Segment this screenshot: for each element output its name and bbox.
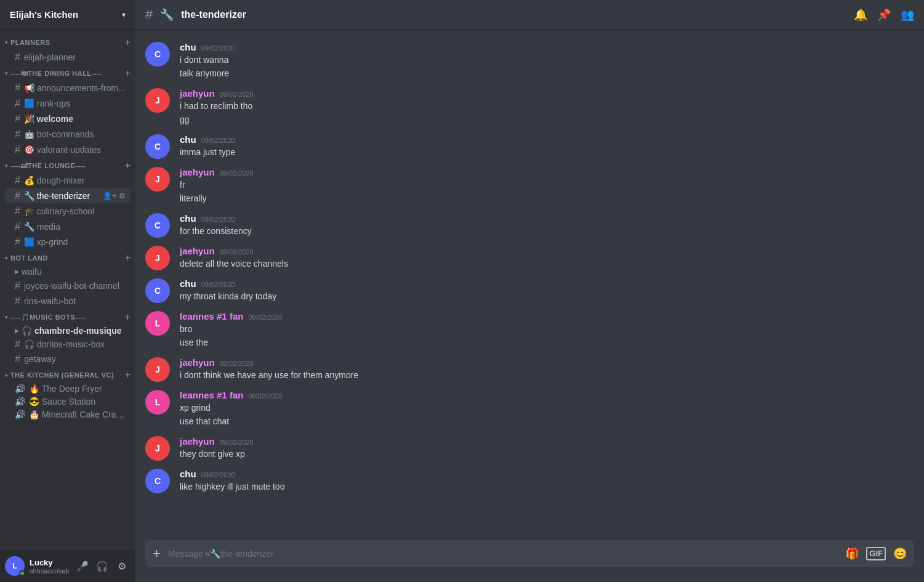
category-add-icon[interactable]: + — [125, 160, 131, 171]
channel-minecraft-cake[interactable]: 🔊 🎂 Minecraft Cake Crafti... — [5, 408, 131, 421]
category-kitchen-vc[interactable]: ● THE KITCHEN (GENERAL VC) + — [0, 367, 135, 382]
message-line: my throat kinda dry today — [180, 290, 914, 303]
channel-getaway[interactable]: # getaway — [5, 352, 131, 366]
invite-icon[interactable]: 👤+ — [103, 192, 116, 200]
message-line: i had to reclimb tho — [180, 100, 914, 113]
channel-welcome[interactable]: # 🎉 welcome — [5, 111, 131, 126]
channel-media[interactable]: # 🔧 media — [5, 219, 131, 234]
channel-deep-fryer[interactable]: 🔊 🔥 The Deep Fryer — [5, 382, 131, 395]
channel-name: 🎓 culinary-school — [24, 206, 126, 216]
channel-xp-grind[interactable]: # 🟦 xp-grind — [5, 235, 131, 249]
channel-name: waifu — [22, 267, 126, 277]
message-group: L leannes #1 fan 09/02/2020 bro use the — [135, 309, 924, 352]
category-arrow: ▾ — [5, 70, 8, 76]
message-group: J jaehyun 09/02/2020 i dont think we hav… — [135, 355, 924, 385]
channel-announcements[interactable]: # 📢 announcements-from... — [5, 81, 131, 95]
message-group: J jaehyun 09/02/2020 delete all the voic… — [135, 243, 924, 273]
category-lounge[interactable]: ▾ ----🛋THE LOUNGE---- + — [0, 158, 135, 172]
avatar: L — [145, 311, 170, 336]
category-add-icon[interactable]: + — [125, 370, 131, 381]
channel-waifu[interactable]: ▶ waifu — [5, 265, 131, 278]
message-author: jaehyun — [180, 246, 215, 256]
message-group: J jaehyun 09/02/2020 fr literally — [135, 164, 924, 208]
avatar: L — [5, 556, 25, 576]
message-group: C chu 09/02/2020 i dont wanna talk anymo… — [135, 39, 924, 83]
channel-header-name: the-tenderizer — [181, 9, 246, 20]
category-label: PLANNERS — [10, 39, 125, 46]
channel-name: 🔧 media — [24, 222, 126, 232]
channel-culinary-school[interactable]: # 🎓 culinary-school — [5, 204, 131, 219]
bell-icon[interactable]: 🔔 — [854, 8, 867, 22]
vc-icon: 🔊 — [15, 410, 25, 419]
channel-hash-icon: # — [15, 206, 20, 217]
message-timestamp: 09/02/2020 — [248, 392, 282, 400]
gift-icon[interactable]: 🎁 — [845, 547, 859, 560]
mute-button[interactable]: 🎤 — [74, 557, 91, 575]
message-header: chu 09/02/2020 — [180, 42, 914, 52]
avatar: C — [145, 42, 170, 67]
gif-button[interactable]: GIF — [866, 547, 886, 560]
deafen-button[interactable]: 🎧 — [94, 557, 111, 575]
message-line: fr — [180, 179, 914, 192]
avatar: C — [145, 469, 170, 493]
message-timestamp: 09/02/2020 — [220, 439, 254, 446]
channel-hash-icon: # — [15, 236, 20, 248]
channel-the-tenderizer[interactable]: # 🔧 the-tenderizer 👤+ ⚙ — [5, 188, 131, 203]
category-music-bots[interactable]: ▾ ----🎵MUSIC BOTS---- + — [0, 309, 135, 324]
message-line: talk anymore — [180, 67, 914, 80]
message-line: delete all the voice channels — [180, 257, 914, 270]
message-line: xp grind — [180, 402, 914, 414]
channel-doritos-music[interactable]: # 🎧 doritos-music-box — [5, 337, 131, 351]
channel-name: 🤖 bot-commands — [24, 129, 126, 139]
message-header: jaehyun 09/02/2020 — [180, 246, 914, 256]
channel-bot-commands[interactable]: # 🤖 bot-commands — [5, 127, 131, 142]
message-line: for the consistency — [180, 225, 914, 238]
members-icon[interactable]: 👥 — [901, 8, 914, 22]
channel-elijah-planner[interactable]: # elijah-planner — [5, 50, 131, 65]
category-arrow: ● — [5, 373, 8, 378]
channel-valorant-updates[interactable]: # 🎯 valorant-updates — [5, 142, 131, 157]
message-line: like highkey ill just mute too — [180, 480, 914, 493]
channel-rins-waifu[interactable]: # rins-waifu-bot — [5, 294, 131, 309]
category-add-icon[interactable]: + — [125, 68, 131, 79]
category-planners[interactable]: ▾ PLANNERS + — [0, 34, 135, 49]
add-attachment-button[interactable]: + — [153, 546, 161, 562]
avatar: C — [145, 134, 170, 159]
category-add-icon[interactable]: + — [125, 312, 131, 323]
category-arrow: ▾ — [5, 314, 8, 320]
message-content: jaehyun 09/02/2020 they dont give xp — [180, 436, 914, 461]
category-bot-land[interactable]: ▾ BOT LAND + — [0, 250, 135, 265]
channel-dough-mixer[interactable]: # 💰 dough-mixer — [5, 173, 131, 188]
avatar: J — [145, 167, 170, 192]
pin-icon[interactable]: 📌 — [877, 8, 891, 22]
message-content: chu 09/02/2020 imma just type — [180, 134, 914, 160]
user-settings-button[interactable]: ⚙ — [113, 557, 131, 575]
channel-hash-icon: # — [15, 280, 20, 291]
message-author: chu — [180, 469, 196, 479]
message-timestamp: 09/02/2020 — [201, 471, 235, 479]
message-header: chu 09/02/2020 — [180, 469, 914, 479]
channel-name: 🎉 welcome — [24, 114, 126, 124]
message-header: jaehyun 09/02/2020 — [180, 88, 914, 99]
channel-joyces-waifu[interactable]: # joyces-waifu-bot-channel — [5, 278, 131, 293]
settings-icon[interactable]: ⚙ — [119, 192, 126, 200]
channel-chambre-de-musique[interactable]: ▶ 🎧 chambre-de-musique — [5, 325, 131, 337]
category-add-icon[interactable]: + — [125, 253, 131, 264]
channel-sauce-station[interactable]: 🔊 😎 Sauce Station — [5, 395, 131, 408]
message-author: leannes #1 fan — [180, 311, 243, 321]
channel-hash-icon: # — [15, 52, 20, 63]
channel-name: 🎧 doritos-music-box — [24, 339, 126, 349]
chat-input[interactable] — [168, 549, 845, 559]
category-dining-hall[interactable]: ▾ ----🍽THE DINING HALL---- + — [0, 65, 135, 80]
vc-icon: 🔊 — [15, 397, 25, 406]
channel-hash-icon: # — [15, 296, 20, 307]
channel-actions: 👤+ ⚙ — [103, 192, 126, 200]
server-header[interactable]: Elijah's Kitchen ▾ — [0, 0, 135, 30]
avatar: J — [145, 357, 170, 382]
category-add-icon[interactable]: + — [125, 37, 131, 48]
channel-name: joyces-waifu-bot-channel — [24, 281, 126, 291]
category-label: BOT LAND — [10, 254, 125, 262]
channel-rank-ups[interactable]: # 🟦 rank-ups — [5, 96, 131, 111]
message-line: gg — [180, 113, 914, 126]
emoji-button[interactable]: 😊 — [893, 547, 907, 560]
